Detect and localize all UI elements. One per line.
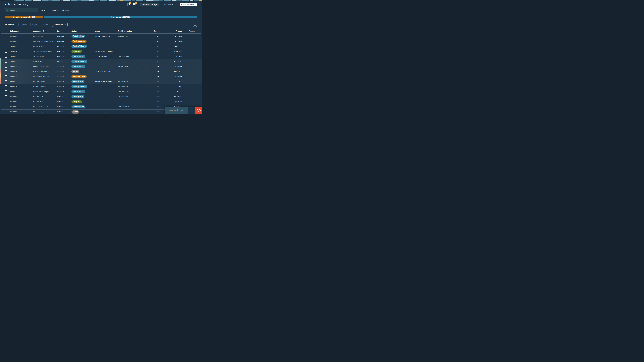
row-checkbox[interactable] [5,95,8,98]
oracle-logo-button[interactable] [195,107,202,113]
row-actions-button[interactable] [194,65,196,67]
tracking-link[interactable]: JJD0001234 [118,35,128,37]
row-actions-button[interactable] [194,70,196,73]
tracking-link[interactable]: MMH0009876 [118,106,129,108]
sales-order-link[interactable]: SO-0007 [10,65,17,67]
row-actions-button[interactable] [194,91,196,93]
row-actions-button[interactable] [194,75,196,78]
row-actions-button[interactable] [194,101,196,103]
customer-link[interactable]: Future TechGadgets [33,91,49,93]
row-checkbox[interactable] [5,65,8,68]
row-checkbox[interactable] [5,50,8,52]
approve-button[interactable]: Approve [18,23,28,27]
sales-order-link[interactable]: SO-0011 [10,86,17,88]
column-header-tracking[interactable]: Tracking number [118,30,154,32]
customer-link[interactable]: World DeviceMasters [33,75,50,77]
row-checkbox[interactable] [5,75,8,78]
sales-order-link[interactable]: SO-0002 [10,40,17,42]
sales-order-link[interactable]: SO-0012 [10,91,17,93]
row-checkbox[interactable] [5,40,8,42]
column-header-customer[interactable]: Customer [33,30,57,32]
column-header-currency[interactable]: Currency [154,30,162,32]
row-checkbox[interactable] [5,100,8,103]
sales-order-link[interactable]: SO-0016 [10,111,17,113]
customer-link[interactable]: Awesome Fit [33,60,44,62]
search-input[interactable] [10,9,37,11]
select-all-checkbox[interactable] [5,30,8,32]
row-checkbox[interactable] [5,106,8,108]
column-header-amount[interactable]: Amount [162,30,184,32]
row-checkbox[interactable] [5,35,8,37]
tracking-link[interactable]: GGM003579 [118,96,128,98]
view-selector[interactable]: All [23,3,28,6]
switch-features-button[interactable]: Switch features [140,3,158,6]
comments-button[interactable]: 1 [127,3,130,6]
customer-link[interactable]: Blue CycleCraft [33,101,46,103]
column-header-date[interactable]: Date [57,30,72,32]
row-actions-button[interactable] [194,45,196,47]
customer-link[interactable]: World Energy Solutions [33,50,52,52]
assistant-chat-button[interactable] [188,107,195,113]
column-settings-button[interactable] [193,23,197,27]
column-header-actions[interactable]: Actions [184,30,197,32]
row-actions-button[interactable] [194,80,196,83]
tracking-link[interactable]: GMH0012345 [118,55,129,57]
row-actions-button[interactable] [194,96,196,98]
reject-button[interactable]: Reject [30,23,39,27]
sales-order-link[interactable]: SO-0010 [10,81,17,83]
customer-link[interactable]: Green DroneCrafters [33,65,50,67]
column-header-status[interactable]: Status [72,30,95,32]
customer-link[interactable]: Real AeroSystems [33,70,48,72]
row-actions-button[interactable] [194,60,196,62]
submit-button[interactable]: Submit [41,23,50,27]
sales-order-link[interactable]: SO-0001 [10,35,17,37]
sales-order-link[interactable]: SO-0003 [10,45,17,47]
sales-order-link[interactable]: SO-0006 [10,60,17,62]
filter-chip-invoicing[interactable]: Invoicing [61,9,70,12]
filter-chip-status[interactable]: Status [40,9,48,12]
row-actions-button[interactable] [194,86,196,88]
panels-button[interactable]: 2 [133,3,136,6]
row-checkbox[interactable] [5,70,8,73]
tracking-link[interactable]: JJD0056789 [118,86,128,88]
customer-link[interactable]: Deep Electronics Co. [33,106,50,108]
customer-link[interactable]: World Robotics [33,55,45,57]
sales-order-link[interactable]: SO-0014 [10,101,17,103]
customer-link[interactable]: Better Health [33,45,44,47]
customer-link[interactable]: Choice Home Innovations [33,40,53,42]
assistant-search-field[interactable]: Search or Ask Oracle [164,107,188,113]
customer-link[interactable]: PlumbPro Services [33,96,48,98]
sales-order-link[interactable]: SO-0013 [10,96,17,98]
row-checkbox[interactable] [5,111,8,113]
row-actions-button[interactable] [194,40,196,42]
sales-order-link[interactable]: SO-0005 [10,55,17,57]
tracking-link[interactable]: JJC0002468 [118,81,128,83]
column-header-memo[interactable]: Memo [95,30,118,32]
row-actions-button[interactable] [194,35,196,37]
more-actions-button-table[interactable]: More actions ▼ [52,23,68,27]
summary-segment-1[interactable]: 2 pending approval$10,843.85 [5,15,44,18]
row-checkbox[interactable] [5,80,8,83]
tracking-link[interactable]: GKZ0023456 [118,65,128,67]
sort-icon[interactable] [42,30,44,32]
row-actions-button[interactable] [194,50,196,52]
filter-chip-fulfillment[interactable]: Fulfillment [49,9,59,12]
row-checkbox[interactable] [5,90,8,93]
row-checkbox[interactable] [5,55,8,58]
more-actions-button-top[interactable]: More actions ▼ [162,3,177,6]
row-actions-button[interactable] [194,55,196,57]
create-sales-order-button[interactable]: Create sales order [180,3,197,6]
summary-segment-2[interactable]: 35 In progress$181,379.51 [44,15,197,18]
sales-order-link[interactable]: SO-0009 [10,75,17,77]
customer-link[interactable]: Patricia Testcase [33,81,46,83]
customer-link[interactable]: Kevin Testworthy [33,86,46,88]
sales-order-link[interactable]: SO-0015 [10,106,17,108]
sales-order-link[interactable]: SO-0004 [10,50,17,52]
row-checkbox[interactable] [5,60,8,63]
row-checkbox[interactable] [5,45,8,47]
sales-order-link[interactable]: SO-0008 [10,70,17,72]
customer-link[interactable]: Real AeroSystems [33,111,48,113]
column-header-id[interactable]: Sales order [10,30,33,32]
search-field[interactable] [5,8,38,12]
tracking-link[interactable]: GMT0067890 [118,91,128,93]
